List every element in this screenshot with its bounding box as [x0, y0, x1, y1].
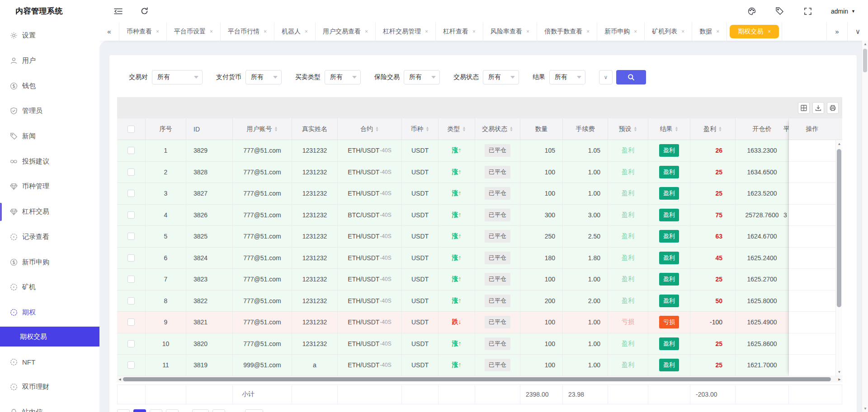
tag-icon[interactable]	[775, 6, 785, 16]
pagination-jump-input[interactable]: 1	[245, 409, 263, 412]
row-checkbox[interactable]	[127, 211, 135, 219]
scroll-right-icon[interactable]: ▶	[837, 377, 842, 382]
sidebar-item-记录查看[interactable]: 记录查看	[0, 225, 99, 250]
tab-close-icon[interactable]: ×	[210, 28, 213, 35]
filter-select-结果[interactable]: 所有	[549, 70, 585, 84]
row-checkbox[interactable]	[127, 233, 135, 240]
row-checkbox[interactable]	[127, 254, 135, 262]
column-header-type[interactable]: 类型▲▼	[439, 118, 475, 140]
tab-close-icon[interactable]: ×	[681, 28, 684, 35]
print-button[interactable]	[827, 102, 839, 114]
column-header-contract[interactable]: 合约▲▼	[338, 118, 402, 140]
filter-select-买卖类型[interactable]: 所有	[325, 70, 361, 84]
tab-风险率查看[interactable]: 风险率查看×	[483, 22, 537, 41]
operation-cell[interactable]	[789, 205, 835, 226]
tab-close-icon[interactable]: ×	[365, 28, 368, 35]
tab-平台币设置[interactable]: 平台币设置×	[167, 22, 221, 41]
tab-数据[interactable]: 数据×	[692, 22, 727, 41]
export-button[interactable]	[812, 102, 824, 114]
tab-close-icon[interactable]: ×	[768, 28, 771, 35]
tab-close-icon[interactable]: ×	[156, 28, 159, 35]
sidebar-item-投拆建议[interactable]: 投拆建议	[0, 149, 99, 174]
sidebar-item-管理员[interactable]: 管理员	[0, 98, 99, 124]
scroll-down-icon[interactable]: ▼	[836, 370, 843, 374]
row-checkbox[interactable]	[127, 361, 135, 369]
sort-icon[interactable]: ▲▼	[375, 126, 379, 132]
sidebar-item-期权[interactable]: 期权	[0, 300, 99, 325]
tab-币种查看[interactable]: 币种查看×	[119, 22, 167, 41]
sidebar-item-双币理财[interactable]: 双币理财	[0, 375, 99, 400]
sidebar-item-NFT[interactable]: NFT	[0, 349, 99, 375]
tab-用户交易查看[interactable]: 用户交易查看×	[316, 22, 376, 41]
operation-cell[interactable]	[789, 269, 835, 290]
column-header-preset[interactable]: 预设▲▼	[608, 118, 648, 140]
sort-icon[interactable]: ▲▼	[426, 126, 429, 132]
theme-palette-icon[interactable]	[747, 6, 757, 16]
operation-cell[interactable]	[789, 312, 835, 333]
tabs-scroll-left[interactable]: «	[99, 22, 119, 41]
tab-close-icon[interactable]: ×	[264, 28, 267, 35]
operation-cell[interactable]	[789, 290, 835, 312]
tab-新币申购[interactable]: 新币申购×	[597, 22, 645, 41]
tab-期权交易[interactable]: 期权交易×	[727, 22, 782, 41]
collapse-sidebar-icon[interactable]	[113, 6, 123, 16]
filter-select-交易状态[interactable]: 所有	[483, 70, 519, 84]
sidebar-item-设置[interactable]: 设置	[0, 23, 99, 48]
refresh-icon[interactable]	[139, 6, 149, 16]
column-header-result[interactable]: 结果▲▼	[648, 118, 690, 140]
horizontal-scroll-thumb[interactable]	[123, 377, 831, 381]
table-vertical-scrollbar[interactable]: ▲ ▼	[835, 140, 842, 376]
sidebar-item-杠杆交易[interactable]: 杠杆交易	[0, 199, 99, 225]
sort-icon[interactable]: ▲▼	[675, 126, 679, 132]
operation-cell[interactable]	[789, 226, 835, 248]
table-horizontal-scrollbar[interactable]: ◀ ▶	[117, 377, 842, 382]
column-header-account[interactable]: 用户账号▲▼	[233, 118, 292, 140]
operation-cell[interactable]	[789, 162, 835, 183]
sort-icon[interactable]: ▲▼	[634, 126, 637, 132]
pagination-page-2[interactable]: 2	[150, 409, 162, 412]
column-settings-button[interactable]	[798, 102, 810, 114]
tab-杠杆查看[interactable]: 杠杆查看×	[436, 22, 483, 41]
scroll-left-icon[interactable]: ◀	[117, 377, 123, 382]
tabs-scroll-right[interactable]: »	[826, 22, 847, 41]
expand-filters-button[interactable]: ∨	[599, 70, 613, 84]
column-header-profit[interactable]: 盈利▲▼	[690, 118, 736, 140]
sidebar-item-新闻[interactable]: 新闻	[0, 124, 99, 149]
select-all-checkbox[interactable]	[127, 126, 135, 133]
operation-cell[interactable]	[789, 248, 835, 269]
filter-select-支付货币[interactable]: 所有	[245, 70, 282, 84]
row-checkbox[interactable]	[127, 190, 135, 197]
tab-close-icon[interactable]: ×	[526, 28, 529, 35]
sidebar-item-用户[interactable]: 用户	[0, 48, 99, 74]
operation-cell[interactable]	[789, 333, 835, 355]
row-checkbox[interactable]	[127, 318, 135, 326]
vertical-scroll-thumb[interactable]	[837, 149, 841, 307]
row-checkbox[interactable]	[127, 340, 135, 347]
tab-close-icon[interactable]: ×	[586, 28, 590, 35]
filter-select-保险交易[interactable]: 所有	[404, 70, 440, 84]
column-header-status[interactable]: 交易状态▲▼	[475, 118, 520, 140]
sidebar-item-矿机[interactable]: 矿机	[0, 275, 99, 300]
column-header-coin[interactable]: 币种▲▼	[402, 118, 439, 140]
scroll-up-icon[interactable]: ▲	[836, 142, 843, 146]
page-scroll-thumb[interactable]	[863, 49, 867, 72]
sidebar-item-钱包[interactable]: 钱包	[0, 73, 99, 98]
row-checkbox[interactable]	[127, 147, 135, 154]
tab-close-icon[interactable]: ×	[634, 28, 637, 35]
tab-close-icon[interactable]: ×	[716, 28, 719, 35]
tab-平台币行情[interactable]: 平台币行情×	[221, 22, 274, 41]
filter-select-交易对[interactable]: 所有	[152, 70, 203, 84]
sidebar-subitem-期权交易[interactable]: 期权交易	[0, 327, 99, 346]
sidebar-item-站内信[interactable]: 站内信	[0, 400, 99, 412]
pagination-page-3[interactable]: 3	[166, 409, 179, 412]
operation-cell[interactable]	[789, 183, 835, 205]
sort-icon[interactable]: ▲▼	[462, 126, 466, 132]
sort-icon[interactable]: ▲▼	[274, 126, 278, 132]
user-menu[interactable]: admin ▼	[831, 8, 855, 15]
sidebar-item-新币申购[interactable]: 新币申购	[0, 249, 99, 275]
pagination-page-1[interactable]: 1	[133, 409, 146, 412]
pagination-page-100[interactable]: 100	[192, 409, 209, 412]
page-scroll-down-icon[interactable]: ▼	[862, 407, 868, 411]
pagination-next-button[interactable]: ›	[212, 409, 225, 412]
page-scrollbar[interactable]: ▲ ▼	[862, 41, 868, 412]
